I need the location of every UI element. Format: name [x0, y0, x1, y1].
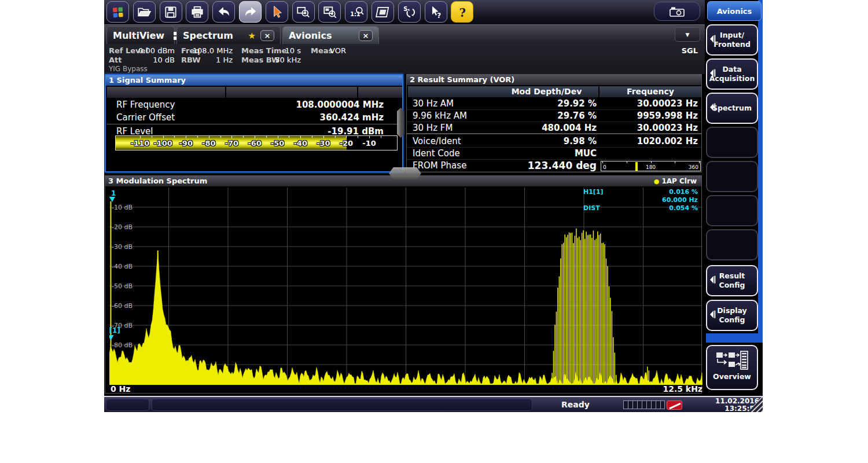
row-label: Carrier Offset: [116, 112, 175, 123]
spectrum-plot[interactable]: -10 dB-20 dB-30 dB-40 dB-50 dB-60 dB-70 …: [109, 188, 703, 385]
setting-value[interactable]: 50 kHz: [275, 56, 301, 64]
svg-text:-60 dB: -60 dB: [112, 302, 133, 310]
setting-value[interactable]: 10 dB: [153, 56, 175, 64]
toolbar-button-save[interactable]: [160, 1, 182, 23]
softkey-label: Data Acquisition: [709, 65, 755, 83]
softkey-arrow-icon: [709, 35, 716, 46]
signal-summary-panel: 1 Signal Summary RF Frequency108.0000004…: [105, 74, 403, 172]
row-freq-value: 9959.998 Hz: [411, 111, 698, 121]
tab-close-button[interactable]: ×: [260, 30, 274, 41]
setting-label: Meas BW: [241, 56, 279, 64]
marker-value: 60.000 Hz: [662, 196, 698, 204]
svg-text:S: S: [404, 5, 408, 12]
tab-label: MultiView: [113, 30, 164, 41]
softkey-empty[interactable]: [706, 127, 758, 158]
toolbar-button-undo[interactable]: [212, 1, 235, 23]
softkey-spectrum[interactable]: Spectrum: [706, 93, 758, 124]
tab-avionics[interactable]: Avionics×: [282, 26, 379, 45]
column-header-mod: Mod Depth/Dev: [408, 86, 598, 97]
toolbar-button-select-pointer[interactable]: [266, 1, 288, 23]
softkey-empty[interactable]: [706, 229, 758, 260]
panel-splitter-horizontal[interactable]: [389, 167, 421, 179]
lxi-error-icon[interactable]: [667, 400, 682, 410]
context-help-icon: ?: [428, 5, 443, 20]
toolbar-button-sync[interactable]: S: [398, 1, 421, 23]
setting-value[interactable]: 10 s: [285, 46, 301, 55]
zoom-1to1-icon: 1:1: [349, 5, 364, 20]
toolbar-button-display-setup[interactable]: [372, 1, 394, 23]
toolbar-button-zoom[interactable]: [292, 1, 315, 23]
softkey-input-frontend[interactable]: Input/ Frontend: [706, 24, 758, 56]
softkey-arrow-icon: [709, 310, 716, 321]
tab-multiview[interactable]: MultiView: [106, 26, 175, 45]
windows-logo-icon: [111, 5, 126, 20]
svg-text:?: ?: [459, 6, 465, 19]
trace-dot-icon: ●: [654, 178, 660, 185]
marker-readout-row: 60.000 Hz: [583, 196, 698, 204]
toolbar: 1:1S??: [104, 0, 705, 24]
select-pointer-icon: [269, 5, 284, 20]
gauge-max: 360: [689, 164, 698, 170]
result-summary-title: 2 Result Summary (VOR): [407, 75, 701, 85]
toolbar-button-zoom-selection[interactable]: [318, 1, 341, 23]
signal-summary-row: Carrier Offset360.424 mHz: [106, 111, 402, 124]
divider: [107, 124, 401, 124]
softkey-data-acquisition[interactable]: Data Acquisition: [706, 58, 758, 90]
tab-label: Spectrum: [183, 30, 233, 41]
result-row: Voice/Ident9.98 %1020.002 Hz: [407, 135, 701, 148]
overview-button[interactable]: Overview: [706, 345, 758, 390]
setting-label: Meas Time: [241, 46, 286, 55]
sidebar-accent-bar: [706, 333, 763, 343]
signal-summary-row: RF Frequency108.0000004 MHz: [106, 98, 402, 111]
softkey-arrow-icon: [709, 275, 716, 286]
undo-icon: [216, 5, 231, 20]
settings-header: SGL YIG Bypass Ref Level0.00 dBmFreq108.…: [104, 44, 705, 74]
svg-text:[1]: [1]: [109, 326, 120, 335]
svg-text:-80 dB: -80 dB: [112, 341, 133, 349]
modulation-spectrum-panel: 3 Modulation Spectrum ● 1AP Clrw -10 dB-…: [105, 175, 702, 394]
tab-close-button[interactable]: ×: [359, 30, 373, 41]
panel-splitter-vertical[interactable]: [397, 108, 404, 138]
softkey-label: Result Config: [719, 271, 745, 289]
tab-label: Avionics: [289, 30, 332, 41]
toolbar-button-help[interactable]: ?: [451, 1, 473, 23]
save-icon: [163, 5, 178, 20]
setting-value[interactable]: 108.0 MHz: [193, 46, 233, 55]
softkey-empty[interactable]: [706, 195, 758, 226]
display-setup-icon: [376, 5, 391, 20]
yig-bypass-label: YIG Bypass: [109, 65, 148, 73]
toolbar-button-open-file[interactable]: [133, 1, 156, 23]
row-mod-value: MUC: [411, 148, 597, 159]
toolbar-button-print[interactable]: [186, 1, 208, 23]
marker-name: H1[1]: [583, 188, 604, 196]
screenshot-button[interactable]: [654, 2, 700, 21]
tab-list-dropdown-button[interactable]: ▼: [675, 27, 700, 42]
level-tick-label: -10: [362, 139, 376, 148]
sgl-indicator: SGL: [682, 46, 698, 55]
table-band: [107, 87, 225, 98]
sidebar-accent-bar: [758, 0, 763, 343]
open-file-icon: [137, 5, 152, 20]
setting-value[interactable]: VOR: [330, 46, 346, 55]
tab-spectrum[interactable]: Spectrum★×: [176, 26, 281, 45]
progress-cell: [623, 400, 628, 409]
toolbar-button-context-help[interactable]: ?: [425, 1, 447, 23]
toolbar-button-windows-logo[interactable]: [106, 1, 129, 23]
softkey-arrow-icon: [709, 69, 716, 80]
overview-flow-icon: [715, 351, 749, 370]
toolbar-button-zoom-1to1[interactable]: 1:1: [345, 1, 367, 23]
level-tick-label: -110: [131, 139, 150, 148]
result-row: Ident CodeMUC: [407, 148, 701, 160]
softkey-empty[interactable]: [706, 161, 758, 192]
sidebar-header-avionics: Avionics: [707, 1, 762, 21]
progress-meter: [623, 400, 665, 409]
setting-value[interactable]: 0.00 dBm: [138, 46, 175, 55]
toolbar-button-redo[interactable]: [239, 1, 262, 23]
softkey-result-config[interactable]: Result Config: [706, 265, 758, 296]
progress-cell: [656, 400, 660, 409]
ready-status: Ready: [561, 400, 590, 409]
setting-value[interactable]: 1 Hz: [216, 56, 233, 64]
marker-readout: H1[1]0.016 %60.000 HzDIST0.054 %: [583, 188, 698, 212]
softkey-display-config[interactable]: Display Config: [706, 300, 758, 331]
gauge-value-marker: [635, 162, 638, 171]
